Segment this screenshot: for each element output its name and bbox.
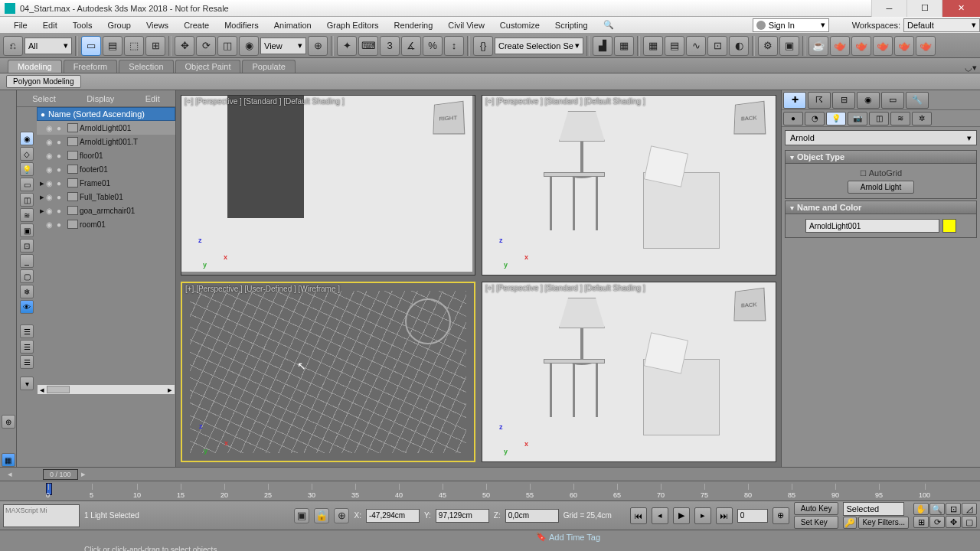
undo-icon[interactable]: ⎌ <box>3 36 23 56</box>
isolate-icon[interactable]: ▣ <box>294 508 309 523</box>
viewcube-icon[interactable]: RIGHT <box>433 101 465 135</box>
maximize-button[interactable]: ☐ <box>906 0 942 17</box>
current-frame-input[interactable]: 0 <box>737 509 768 523</box>
polygon-modeling-panel[interactable]: Polygon Modeling <box>6 75 81 88</box>
pan-view-icon[interactable]: ✥ <box>946 516 961 528</box>
frame-indicator[interactable]: 0 / 100 <box>43 469 78 480</box>
material-editor-icon[interactable]: ◐ <box>729 36 749 56</box>
render-setup-icon[interactable]: ⚙ <box>758 36 778 56</box>
camera-subtab-icon[interactable]: 📷 <box>848 112 867 126</box>
teapot4-icon[interactable]: 🫖 <box>894 36 914 56</box>
name-color-rollout[interactable]: ▾ Name and Color <box>785 201 977 214</box>
sort-icon[interactable]: ▾ <box>20 377 34 390</box>
filter-hidden-icon[interactable]: 👁 <box>20 300 34 314</box>
filter-helper-icon[interactable]: ◫ <box>20 193 34 207</box>
filter-all-icon[interactable]: ◉ <box>20 132 34 145</box>
menu-edit[interactable]: Edit <box>35 17 65 33</box>
outliner-row[interactable]: ◉●room01 <box>37 217 175 231</box>
pan-icon[interactable]: ✋ <box>913 503 929 515</box>
zoom-ext-icon[interactable]: ⊞ <box>913 516 929 528</box>
y-coord-input[interactable]: 97,129cm <box>436 509 489 523</box>
ribbon-selection[interactable]: Selection <box>119 60 173 73</box>
render-prod-icon[interactable]: ☕ <box>808 36 828 56</box>
outliner-row[interactable]: ◉●ArnoldLight001 <box>37 121 175 135</box>
key-mode-icon[interactable]: 🔑 <box>843 517 857 529</box>
viewport-bottom-right[interactable]: [+] [Perspective ] [Standard ] [Default … <box>482 282 776 462</box>
rect-select-icon[interactable]: ⬚ <box>124 36 144 56</box>
viewcube-icon[interactable]: BACK <box>733 288 766 321</box>
menu-animation[interactable]: Animation <box>266 17 319 33</box>
viewport-top-left[interactable]: [+] [Perspective ] [Standard ] [Default … <box>181 95 475 276</box>
teapot2-icon[interactable]: 🫖 <box>851 36 871 56</box>
display-child-icon[interactable]: ☰ <box>20 324 34 338</box>
viewport-layout-icon[interactable]: ▦ <box>2 453 15 467</box>
orbit-icon[interactable]: ⟳ <box>929 516 945 528</box>
ribbon-collapse-icon[interactable]: ◡▾ <box>962 63 980 73</box>
display-deps-icon[interactable]: ☰ <box>20 355 34 369</box>
display-inf-icon[interactable]: ☰ <box>20 340 34 354</box>
select-object-icon[interactable]: ▭ <box>81 36 101 56</box>
toggle-ribbon-icon[interactable]: ▤ <box>665 36 684 56</box>
systems-subtab-icon[interactable]: ✲ <box>912 112 932 126</box>
menu-group[interactable]: Group <box>100 17 139 33</box>
lock-icon[interactable]: 🔒 <box>314 508 329 523</box>
play-icon[interactable]: ▶ <box>673 507 690 524</box>
teapot3-icon[interactable]: 🫖 <box>873 36 893 56</box>
object-type-rollout[interactable]: ▾ Object Type <box>785 150 977 164</box>
menu-customize[interactable]: Customize <box>492 17 547 33</box>
rotate-icon[interactable]: ⟳ <box>196 36 216 56</box>
time-ruler[interactable]: 0510152025303540455055606570758085909510… <box>0 481 980 500</box>
percent-snap-icon[interactable]: % <box>423 36 443 56</box>
placement-icon[interactable]: ◉ <box>239 36 259 56</box>
arnold-light-button[interactable]: Arnold Light <box>848 181 914 194</box>
viewport-bottom-left[interactable]: [+] [Perspective ] [User-Defined ] [Wire… <box>181 282 475 462</box>
scene-select[interactable]: Select <box>32 94 56 103</box>
utilities-tab-icon[interactable]: 🔧 <box>906 92 929 109</box>
schematic-view-icon[interactable]: ⊡ <box>707 36 727 56</box>
menu-rendering[interactable]: Rendering <box>387 17 441 33</box>
geom-subtab-icon[interactable]: ● <box>783 112 803 126</box>
scene-edit[interactable]: Edit <box>145 94 160 103</box>
goto-start-icon[interactable]: ⏮ <box>630 507 647 524</box>
filter-light-icon[interactable]: 💡 <box>20 162 34 176</box>
zoom-all-icon[interactable]: ⊡ <box>946 503 961 515</box>
maxscript-listener[interactable]: MAXScript Mi <box>3 504 80 527</box>
viewport-top-right[interactable]: [+] [Perspective ] [Standard ] [Default … <box>482 95 776 276</box>
goto-end-icon[interactable]: ⏭ <box>716 507 733 524</box>
menu-grapheditors[interactable]: Graph Editors <box>319 17 387 33</box>
time-tag-bar[interactable]: 🔖Add Time Tag <box>0 530 980 543</box>
helper-subtab-icon[interactable]: ◫ <box>869 112 889 126</box>
move-icon[interactable]: ✥ <box>175 36 194 56</box>
scale-icon[interactable]: ◫ <box>217 36 237 56</box>
shape-subtab-icon[interactable]: ◔ <box>805 112 825 126</box>
spinner-snap-icon[interactable]: ↕ <box>444 36 464 56</box>
menu-civilview[interactable]: Civil View <box>440 17 492 33</box>
object-name-input[interactable] <box>805 219 939 233</box>
time-config-icon[interactable]: ⊕ <box>773 507 789 524</box>
pivot-icon[interactable]: ⊕ <box>308 36 328 56</box>
outliner-row[interactable]: ◉●ArnoldLight001.T <box>37 135 175 148</box>
menu-views[interactable]: Views <box>139 17 176 33</box>
menu-create[interactable]: Create <box>176 17 217 33</box>
outliner-hscroll[interactable]: ◂▸ <box>37 384 175 395</box>
teapot1-icon[interactable]: 🫖 <box>830 36 850 56</box>
prev-frame-icon[interactable]: ◂ <box>652 507 668 524</box>
filter-geometry-icon[interactable]: ◇ <box>20 147 34 161</box>
scene-display[interactable]: Display <box>87 94 114 103</box>
edit-sel-set-icon[interactable]: {} <box>473 36 493 56</box>
minimize-button[interactable]: ─ <box>871 0 906 17</box>
filter-xref-icon[interactable]: ⊡ <box>20 239 34 253</box>
mirror-icon[interactable]: ▟ <box>593 36 612 56</box>
filter-bone-icon[interactable]: ⎯ <box>20 254 34 268</box>
key-filter-dropdown[interactable]: Selected <box>843 502 904 516</box>
window-crossing-icon[interactable]: ⊞ <box>145 36 165 56</box>
object-color-swatch[interactable] <box>942 219 956 233</box>
renderer-dropdown[interactable]: Arnold▾ <box>785 130 977 145</box>
menu-file[interactable]: File <box>6 17 35 33</box>
ribbon-freeform[interactable]: Freeform <box>64 60 118 73</box>
menu-scripting[interactable]: Scripting <box>547 17 596 33</box>
autogrid-checkbox[interactable]: ☐ AutoGrid <box>860 168 902 178</box>
transform-typein-icon[interactable]: ⊕ <box>334 508 349 523</box>
keyboard-icon[interactable]: ⌨ <box>358 36 378 56</box>
teapot5-icon[interactable]: 🫖 <box>916 36 936 56</box>
